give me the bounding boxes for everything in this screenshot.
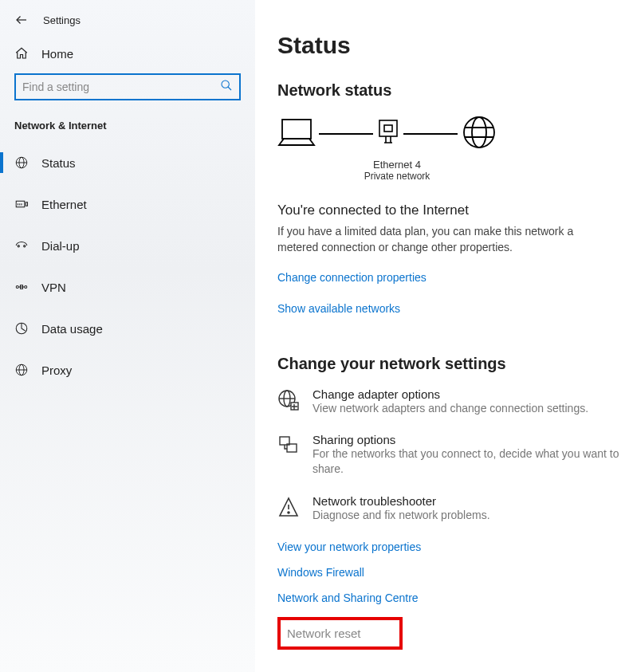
- sidebar: Settings Home Network & Internet Status …: [0, 0, 255, 672]
- setting-desc: Diagnose and fix network problems.: [312, 508, 490, 523]
- network-name: Ethernet 4: [277, 159, 517, 171]
- back-icon[interactable]: [14, 13, 29, 27]
- troubleshooter-icon: [277, 496, 300, 518]
- sidebar-item-label: VPN: [41, 281, 66, 294]
- home-nav[interactable]: Home: [0, 38, 255, 69]
- data-usage-icon: [14, 321, 29, 336]
- show-available-networks-link[interactable]: Show available networks: [277, 302, 400, 315]
- sidebar-item-proxy[interactable]: Proxy: [0, 353, 255, 387]
- network-status-heading: Network status: [277, 81, 625, 100]
- svg-point-6: [24, 246, 26, 247]
- svg-rect-13: [282, 120, 311, 139]
- status-icon: [14, 155, 29, 170]
- sidebar-item-status[interactable]: Status: [0, 146, 255, 179]
- change-connection-properties-link[interactable]: Change connection properties: [277, 271, 426, 284]
- svg-rect-4: [26, 202, 27, 206]
- setting-title: Change adapter options: [312, 387, 588, 401]
- svg-rect-14: [379, 120, 397, 136]
- sidebar-item-vpn[interactable]: VPN: [0, 270, 255, 304]
- dialup-icon: [14, 238, 29, 253]
- change-settings-heading: Change your network settings: [277, 355, 625, 373]
- sidebar-item-label: Ethernet: [41, 198, 87, 211]
- svg-point-5: [18, 246, 19, 247]
- svg-rect-15: [384, 125, 392, 132]
- sidebar-item-label: Dial-up: [41, 239, 80, 253]
- network-reset-link[interactable]: Network reset: [277, 617, 403, 650]
- search-input[interactable]: [22, 81, 201, 93]
- adapter-options-icon: [277, 389, 300, 411]
- home-label: Home: [41, 47, 73, 61]
- sidebar-item-ethernet[interactable]: Ethernet: [0, 187, 255, 221]
- setting-title: Sharing options: [312, 433, 625, 446]
- view-network-properties-link[interactable]: View your network properties: [277, 540, 625, 553]
- search-box[interactable]: [14, 73, 241, 100]
- computer-icon: [277, 116, 316, 151]
- setting-desc: View network adapters and change connect…: [312, 401, 588, 416]
- sharing-icon: [277, 434, 300, 457]
- diagram-caption: Ethernet 4 Private network: [277, 159, 517, 182]
- svg-point-7: [16, 286, 18, 289]
- svg-point-8: [25, 286, 27, 289]
- network-diagram: [277, 114, 625, 154]
- svg-point-0: [222, 81, 229, 88]
- sharing-options[interactable]: Sharing options For the networks that yo…: [277, 433, 625, 477]
- sidebar-item-label: Data usage: [41, 322, 103, 336]
- setting-title: Network troubleshooter: [312, 494, 490, 508]
- svg-point-17: [472, 117, 486, 147]
- sidebar-item-dialup[interactable]: Dial-up: [0, 229, 255, 262]
- app-title: Settings: [43, 14, 81, 26]
- change-adapter-options[interactable]: Change adapter options View network adap…: [277, 387, 625, 416]
- svg-point-23: [288, 512, 289, 513]
- globe-icon: [461, 114, 497, 154]
- page-title: Status: [277, 32, 625, 59]
- main-content: Status Network status Ethernet 4 Private…: [255, 0, 625, 672]
- connected-title: You're connected to the Internet: [277, 202, 625, 218]
- connected-desc: If you have a limited data plan, you can…: [277, 223, 580, 256]
- network-sharing-centre-link[interactable]: Network and Sharing Centre: [277, 591, 625, 604]
- sidebar-item-data-usage[interactable]: Data usage: [0, 312, 255, 345]
- network-troubleshooter[interactable]: Network troubleshooter Diagnose and fix …: [277, 494, 625, 523]
- network-profile: Private network: [277, 171, 517, 182]
- windows-firewall-link[interactable]: Windows Firewall: [277, 566, 625, 579]
- svg-rect-3: [16, 201, 25, 207]
- search-icon: [220, 79, 233, 95]
- adapter-icon: [376, 119, 400, 149]
- setting-desc: For the networks that you connect to, de…: [312, 446, 625, 477]
- svg-point-16: [464, 117, 494, 147]
- sidebar-item-label: Status: [41, 156, 76, 170]
- sidebar-item-label: Proxy: [41, 364, 72, 377]
- home-icon: [14, 46, 29, 61]
- category-label: Network & Internet: [0, 115, 255, 146]
- ethernet-icon: [14, 197, 29, 211]
- vpn-icon: [14, 280, 29, 294]
- proxy-icon: [14, 363, 29, 377]
